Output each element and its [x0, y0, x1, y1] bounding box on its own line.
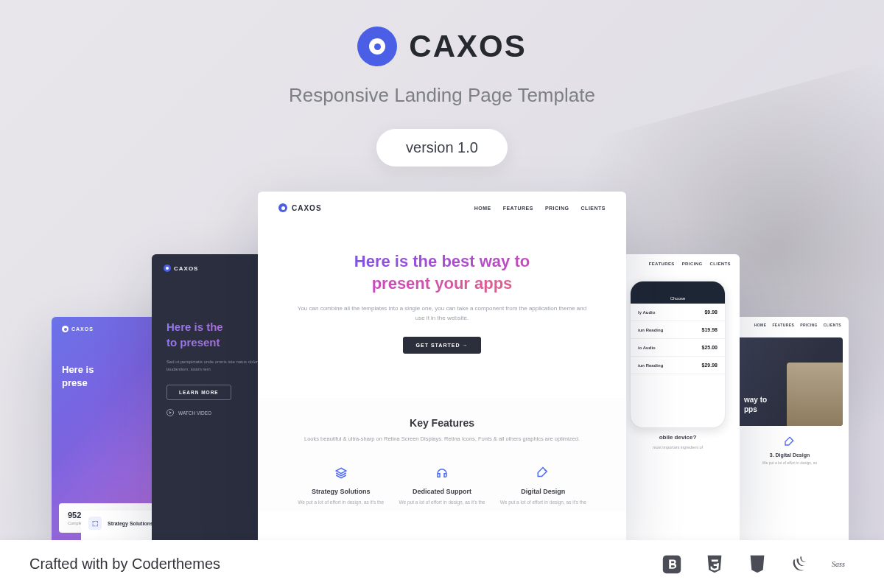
promo-stage: CAXOS Responsive Landing Page Template v… — [0, 0, 884, 588]
hero-photo-placeholder — [787, 363, 843, 426]
css3-icon — [746, 553, 769, 576]
features-section: Key Features Looks beautiful & ultra-sha… — [258, 398, 626, 512]
nav-link[interactable]: CLIENTS — [824, 323, 841, 327]
sass-icon: Sass — [831, 553, 855, 576]
learn-more-button[interactable]: LEARN MORE — [166, 385, 231, 400]
preview-hero: Here is the best way to present your app… — [258, 221, 626, 368]
price-label: ly Audio — [638, 310, 655, 315]
nav-link[interactable]: FEATURES — [649, 262, 675, 266]
feature-desc: We put a lot of effort in design, as it'… — [500, 500, 586, 505]
preview-brand-label: CAXOS — [174, 265, 198, 272]
logo-dot-icon — [62, 326, 69, 332]
hero-line: way to — [744, 396, 767, 404]
feature-item: 3. Digital Design We put a lot of effort… — [738, 436, 841, 465]
photo-hero: way to pps — [737, 337, 843, 426]
price-row: iun Reading $19.98 — [631, 321, 725, 339]
headset-icon — [435, 466, 449, 480]
brand-logo-icon — [357, 27, 397, 66]
svg-text:Sass: Sass — [832, 560, 845, 568]
jquery-icon — [788, 553, 812, 576]
price-row: ly Audio $9.98 — [631, 304, 725, 321]
hero-sub: You can combine all the templates into a… — [295, 304, 589, 323]
nav-link[interactable]: FEATURES — [503, 206, 533, 211]
nav-links: FEATURES PRICING CLIENTS — [616, 254, 740, 273]
feature-title: Digital Design — [500, 488, 586, 495]
feature-desc: We put a lot of effort in design, as it'… — [298, 500, 384, 505]
hero-line: Here is — [62, 364, 94, 375]
price-value: $19.98 — [702, 327, 718, 332]
feature-desc: We put a lot of effort in design, as it'… — [399, 500, 485, 505]
preview-nav: CAXOS HOME FEATURES PRICING CLIENTS — [258, 192, 626, 221]
pen-icon — [784, 436, 796, 448]
html5-icon — [703, 553, 726, 576]
hero-line: prese — [62, 377, 88, 388]
price-value: $9.98 — [704, 309, 718, 315]
features-title: Key Features — [287, 417, 597, 429]
feature-desc: We put a lot of effort in design, as — [738, 461, 841, 465]
nav-link[interactable]: PRICING — [682, 262, 703, 266]
hero-line: to present — [166, 336, 220, 349]
nav-link[interactable]: PRICING — [800, 323, 818, 327]
bootstrap-icon — [660, 553, 684, 576]
crafted-by: Crafted with by Coderthemes — [29, 556, 220, 573]
feature-title: Strategy Solutions — [298, 488, 384, 495]
brand: CAXOS — [357, 27, 526, 66]
hero-line: Here is the — [166, 321, 223, 333]
price-row: iun Reading $29.98 — [631, 357, 725, 374]
price-label: iun Reading — [638, 363, 663, 368]
price-value: $25.00 — [702, 345, 718, 350]
watch-video-label: WATCH VIDEO — [178, 410, 211, 416]
price-row: io Audio $25.00 — [631, 339, 725, 357]
tagline: Responsive Landing Page Template — [0, 84, 884, 107]
preview-card-main: CAXOS HOME FEATURES PRICING CLIENTS Here… — [258, 192, 626, 540]
feature-title: Dedicated Support — [399, 488, 485, 495]
logo-dot-icon — [164, 265, 171, 272]
version-badge: version 1.0 — [376, 129, 508, 167]
feature-item: Strategy Solutions We put a lot of effor… — [290, 466, 391, 505]
hero-line: Here is the best way to — [354, 252, 530, 270]
nav-link[interactable]: FEATURES — [772, 323, 794, 327]
tech-icons: Sass — [660, 553, 855, 576]
price-label: iun Reading — [638, 328, 663, 332]
footer-bar: Crafted with by Coderthemes Sass — [0, 540, 884, 588]
feature-title: 3. Digital Design — [738, 452, 841, 458]
features-sub: Looks beautiful & ultra-sharp on Retina … — [287, 435, 597, 444]
feature-badge-icon: ⬚ — [88, 517, 102, 530]
feature-item: Dedicated Support We put a lot of effort… — [391, 466, 492, 505]
nav-link[interactable]: CLIENTS — [710, 262, 731, 266]
hero-line: present your apps — [372, 274, 513, 293]
logo-dot-icon — [278, 203, 287, 212]
get-started-button[interactable]: GET STARTED → — [403, 337, 482, 354]
preview-brand: CAXOS — [278, 203, 322, 212]
nav-link[interactable]: PRICING — [545, 206, 569, 211]
nav-links: HOME FEATURES PRICING CLIENTS — [474, 206, 606, 211]
brand-name: CAXOS — [409, 29, 526, 64]
phone-mockup: Choose ly Audio $9.98 iun Reading $19.98… — [630, 281, 726, 428]
layers-icon — [334, 466, 348, 480]
feature-item: Digital Design We put a lot of effort in… — [493, 466, 594, 505]
phone-header: Choose — [631, 281, 725, 304]
nav-link[interactable]: HOME — [754, 323, 767, 327]
pen-icon — [536, 466, 550, 480]
preview-screens: CAXOS Here is prese 952 Completed Projec… — [0, 199, 884, 540]
feature-strip-title: Strategy Solutions — [108, 521, 153, 526]
play-icon — [166, 409, 174, 416]
pricing-question: obile device? — [616, 434, 740, 441]
preview-brand-label: CAXOS — [292, 204, 322, 212]
price-value: $29.98 — [702, 363, 718, 368]
pricing-sub: most important ingredient of — [616, 445, 740, 449]
nav-link[interactable]: HOME — [474, 206, 491, 211]
preview-card-photo: HOME FEATURES PRICING CLIENTS way to pps… — [731, 317, 849, 540]
nav-link[interactable]: CLIENTS — [581, 206, 606, 211]
price-label: io Audio — [638, 346, 656, 350]
preview-brand-label: CAXOS — [71, 326, 94, 332]
header-area: CAXOS Responsive Landing Page Template v… — [0, 0, 884, 167]
preview-card-pricing: FEATURES PRICING CLIENTS Choose ly Audio… — [616, 254, 740, 540]
hero-line: pps — [744, 405, 757, 413]
nav-links: HOME FEATURES PRICING CLIENTS — [731, 317, 849, 333]
